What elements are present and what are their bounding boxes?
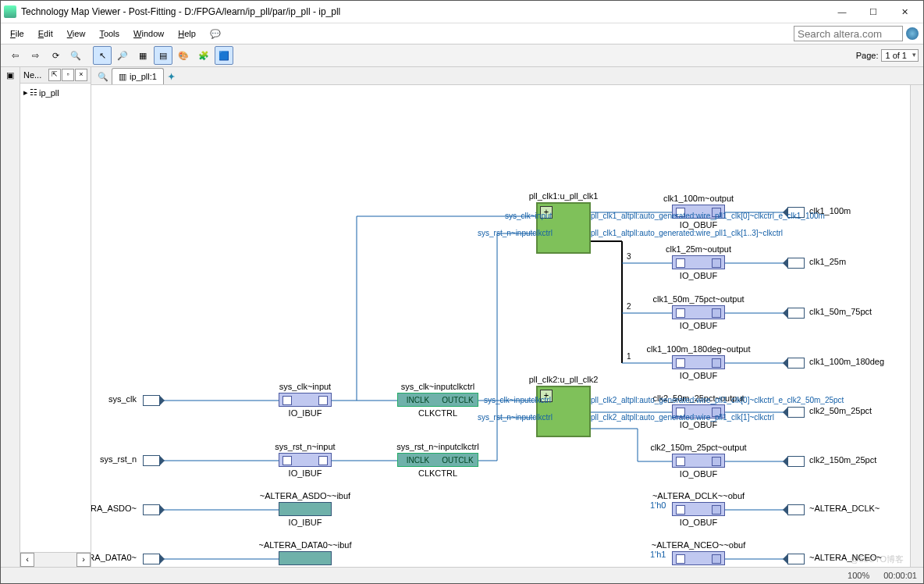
obuf-type: IO_OBUF [672, 469, 725, 479]
window-title: Technology Map Viewer - Post-Fitting - D… [21, 6, 826, 17]
nav-dock-button[interactable]: ▫ [62, 69, 74, 81]
io-ibuf[interactable] [279, 393, 332, 407]
port-out[interactable] [787, 554, 805, 564]
search-input[interactable] [794, 26, 903, 41]
nav-close-button[interactable]: × [75, 69, 87, 81]
highlight-tool[interactable]: ▤ [154, 46, 172, 65]
tab-ip-pll[interactable]: ▥ ip_pll:1 [112, 68, 164, 84]
port-out-label: ~ALTERA_DCLK~ [809, 504, 880, 513]
refresh-button[interactable]: ⟳ [46, 46, 65, 65]
ibuf-type: IO_IBUF [279, 518, 332, 527]
tree-root[interactable]: ▸ ☷ ip_pll [23, 87, 87, 98]
port-in[interactable] [143, 395, 160, 406]
obuf-const: 1'h0 [650, 500, 666, 510]
tab-label: ip_pll:1 [130, 72, 157, 81]
globe-icon[interactable] [906, 27, 919, 40]
port-in-label: sys_clk [108, 394, 140, 404]
io-ibuf[interactable] [279, 502, 332, 516]
page-select[interactable]: 1 of 1 [881, 49, 919, 62]
obuf-title: clk1_100m~output [638, 194, 759, 203]
hierarchy-icon: ☷ [30, 87, 37, 98]
tab-bar: 🔍 ▥ ip_pll:1 ✦ [91, 67, 923, 85]
nav-pin-button[interactable]: ⇱ [48, 69, 61, 81]
io-obuf[interactable] [672, 255, 725, 269]
net-label: pll_clk2_altpll:auto_generated:wire_pll1… [591, 396, 844, 404]
vertical-scrollbar[interactable] [910, 85, 923, 567]
port-out[interactable] [787, 358, 805, 369]
menu-tools[interactable]: Tools [94, 27, 124, 40]
elapsed-time: 00:00:01 [883, 571, 917, 580]
clkctrl-title: sys_rst_n~inputclkctrl [380, 442, 496, 451]
net-label: pll_clk1_altpll:auto_generated:wire_pll1… [591, 212, 825, 220]
obuf-title: clk1_100m_180deg~output [638, 344, 759, 354]
page-label: Page: [856, 51, 879, 60]
port-in-label: ~ALTERA_DATA0~ [91, 553, 140, 562]
zoom-level: 100% [848, 571, 869, 580]
scroll-left-button[interactable]: ‹ [20, 553, 34, 567]
nav-title: Ne... [23, 70, 41, 80]
io-obuf[interactable] [672, 454, 725, 468]
menu-edit[interactable]: Edit [34, 27, 58, 40]
menu-file[interactable]: File [5, 27, 29, 40]
tab-search-icon[interactable]: 🔍 [94, 69, 112, 84]
app-icon [4, 5, 16, 18]
zoom-tool[interactable]: 🔎 [113, 46, 132, 65]
schematic-canvas[interactable]: @51CTO博客 sys_clksys_rst_n~ALTERA_ASDO~~A… [91, 85, 910, 567]
ibuf-type: IO_IBUF [279, 408, 332, 418]
port-in[interactable] [143, 554, 160, 564]
port-out[interactable] [787, 258, 805, 269]
nav-fwd-button[interactable]: ⇨ [26, 46, 44, 65]
pll-block[interactable]: + [536, 386, 591, 437]
menu-extra-icon[interactable]: 💬 [205, 27, 226, 41]
net-label: sys_clk~inputclkctrl [484, 396, 551, 404]
gutter: ▣ [1, 67, 20, 567]
scroll-right-button[interactable]: › [76, 553, 91, 567]
app-window: Technology Map Viewer - Post-Fitting - D… [0, 0, 924, 584]
io-ibuf[interactable] [279, 453, 332, 467]
port-out[interactable] [787, 504, 805, 515]
palette-tool[interactable]: 🎨 [174, 46, 193, 65]
minimize-button[interactable]: — [826, 2, 858, 21]
fit-tool[interactable]: ▦ [133, 46, 152, 65]
io-obuf[interactable] [672, 355, 725, 369]
port-out[interactable] [787, 407, 805, 418]
pll-title: pll_clk2:u_pll_clk2 [519, 375, 608, 384]
export-tool[interactable]: 🧩 [194, 46, 213, 65]
port-out-label: ~ALTERA_NCEO~ [809, 553, 882, 562]
menu-view[interactable]: View [62, 27, 91, 40]
port-out[interactable] [787, 456, 805, 467]
port-in[interactable] [143, 455, 160, 466]
obuf-type: IO_OBUF [672, 371, 725, 380]
tree-root-label: ip_pll [39, 88, 59, 98]
port-out-label: clk2_150m_25pct [809, 455, 876, 465]
port-out-label: clk2_50m_25pct [809, 406, 872, 415]
gutter-icon[interactable]: ▣ [1, 70, 20, 80]
net-label: pll_clk2_altpll:auto_generated:wire_pll1… [591, 413, 774, 422]
net-label: pll_clk1_altpll:auto_generated:wire_pll1… [591, 229, 783, 237]
io-ibuf[interactable] [279, 551, 332, 565]
nav-back-button[interactable]: ⇦ [5, 46, 24, 65]
toolbar: ⇦ ⇨ ⟳ 🔍 ↖ 🔎 ▦ ▤ 🎨 🧩 🟦 Page: 1 of 1 [1, 44, 923, 67]
select-tool[interactable]: 🟦 [215, 46, 233, 65]
clkctrl-type: CLKCTRL [397, 408, 478, 418]
port-out[interactable] [787, 308, 805, 319]
port-in[interactable] [143, 504, 160, 515]
close-button[interactable]: ✕ [889, 2, 920, 21]
pointer-tool[interactable]: ↖ [93, 46, 112, 65]
port-out-label: clk1_25m [809, 257, 846, 266]
clkctrl[interactable]: INCLKOUTCLK [397, 393, 478, 407]
net-label: sys_clk~input [505, 212, 552, 220]
io-obuf[interactable] [672, 551, 725, 565]
io-obuf[interactable] [672, 502, 725, 516]
menu-window[interactable]: Window [129, 27, 169, 40]
find-button[interactable]: 🔍 [66, 46, 85, 65]
menu-help[interactable]: Help [173, 27, 201, 40]
io-obuf[interactable] [672, 305, 725, 319]
pll-block[interactable]: + [536, 202, 591, 254]
obuf-title: clk2_150m_25pct~output [638, 443, 759, 452]
clkctrl[interactable]: INCLKOUTCLK [397, 453, 478, 467]
obuf-title: ~ALTERA_DCLK~~obuf [638, 491, 759, 500]
maximize-button[interactable]: ☐ [858, 2, 889, 21]
expand-icon[interactable]: ▸ [23, 87, 28, 98]
add-tab-button[interactable]: ✦ [164, 69, 179, 84]
